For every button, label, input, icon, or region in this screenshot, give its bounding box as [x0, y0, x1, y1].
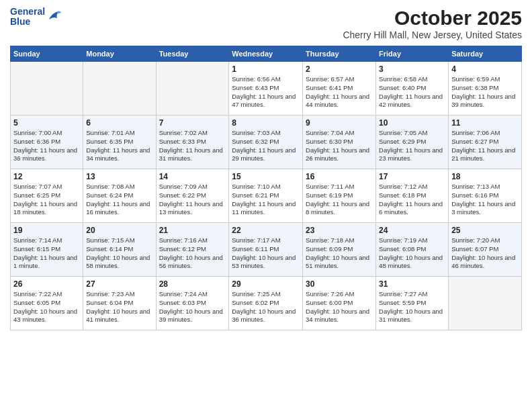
table-row: 14Sunrise: 7:09 AM Sunset: 6:22 PM Dayli…: [156, 169, 229, 223]
day-number: 27: [86, 279, 152, 289]
calendar-week-row: 12Sunrise: 7:07 AM Sunset: 6:25 PM Dayli…: [11, 169, 522, 223]
day-info: Sunrise: 7:15 AM Sunset: 6:14 PM Dayligh…: [86, 236, 152, 271]
day-info: Sunrise: 7:18 AM Sunset: 6:09 PM Dayligh…: [306, 236, 373, 271]
table-row: 3Sunrise: 6:58 AM Sunset: 6:40 PM Daylig…: [376, 62, 449, 116]
table-row: 1Sunrise: 6:56 AM Sunset: 6:43 PM Daylig…: [229, 62, 303, 116]
table-row: 15Sunrise: 7:10 AM Sunset: 6:21 PM Dayli…: [229, 169, 303, 223]
day-info: Sunrise: 7:08 AM Sunset: 6:24 PM Dayligh…: [86, 183, 152, 217]
day-number: 13: [86, 172, 152, 181]
table-row: 30Sunrise: 7:26 AM Sunset: 6:00 PM Dayli…: [303, 277, 376, 330]
day-info: Sunrise: 7:24 AM Sunset: 6:03 PM Dayligh…: [159, 290, 226, 324]
table-row: 9Sunrise: 7:04 AM Sunset: 6:30 PM Daylig…: [303, 116, 376, 169]
table-row: [156, 62, 229, 116]
day-number: 11: [451, 118, 519, 128]
day-number: 1: [232, 64, 300, 74]
table-row: 24Sunrise: 7:19 AM Sunset: 6:08 PM Dayli…: [376, 223, 449, 277]
day-number: 26: [13, 279, 80, 289]
day-info: Sunrise: 7:03 AM Sunset: 6:32 PM Dayligh…: [232, 129, 300, 163]
day-number: 6: [86, 118, 152, 128]
calendar-table: Sunday Monday Tuesday Wednesday Thursday…: [10, 46, 522, 330]
day-number: 17: [379, 172, 445, 181]
table-row: 25Sunrise: 7:20 AM Sunset: 6:07 PM Dayli…: [449, 223, 522, 277]
header-saturday: Saturday: [449, 46, 522, 62]
day-number: 30: [306, 279, 373, 289]
day-info: Sunrise: 7:12 AM Sunset: 6:18 PM Dayligh…: [379, 183, 445, 217]
logo-line2: Blue: [10, 17, 45, 27]
page-container: General Blue October 2025 Cherry Hill Ma…: [0, 0, 532, 337]
table-row: 23Sunrise: 7:18 AM Sunset: 6:09 PM Dayli…: [303, 223, 376, 277]
day-number: 15: [232, 172, 300, 181]
table-row: [11, 62, 83, 116]
table-row: 8Sunrise: 7:03 AM Sunset: 6:32 PM Daylig…: [229, 116, 303, 169]
table-row: 31Sunrise: 7:27 AM Sunset: 5:59 PM Dayli…: [376, 277, 449, 330]
table-row: 10Sunrise: 7:05 AM Sunset: 6:29 PM Dayli…: [376, 116, 449, 169]
logo-text: General Blue: [10, 7, 45, 28]
day-number: 31: [379, 279, 445, 289]
day-number: 2: [306, 64, 373, 74]
day-info: Sunrise: 7:11 AM Sunset: 6:19 PM Dayligh…: [306, 183, 373, 217]
day-info: Sunrise: 6:56 AM Sunset: 6:43 PM Dayligh…: [232, 75, 300, 109]
calendar-header-row: Sunday Monday Tuesday Wednesday Thursday…: [11, 46, 522, 62]
calendar-week-row: 1Sunrise: 6:56 AM Sunset: 6:43 PM Daylig…: [11, 62, 522, 116]
day-info: Sunrise: 7:14 AM Sunset: 6:15 PM Dayligh…: [13, 236, 80, 271]
table-row: 29Sunrise: 7:25 AM Sunset: 6:02 PM Dayli…: [229, 277, 303, 330]
day-number: 21: [159, 226, 226, 235]
logo-line1: General: [10, 7, 45, 17]
table-row: 6Sunrise: 7:01 AM Sunset: 6:35 PM Daylig…: [83, 116, 156, 169]
day-number: 3: [379, 64, 445, 74]
day-number: 12: [13, 172, 80, 181]
header-sunday: Sunday: [11, 46, 83, 62]
table-row: 16Sunrise: 7:11 AM Sunset: 6:19 PM Dayli…: [303, 169, 376, 223]
day-number: 19: [13, 226, 80, 235]
table-row: 2Sunrise: 6:57 AM Sunset: 6:41 PM Daylig…: [303, 62, 376, 116]
day-number: 18: [451, 172, 519, 181]
day-number: 29: [232, 279, 300, 289]
day-number: 5: [13, 118, 80, 128]
table-row: 20Sunrise: 7:15 AM Sunset: 6:14 PM Dayli…: [83, 223, 156, 277]
day-info: Sunrise: 7:19 AM Sunset: 6:08 PM Dayligh…: [379, 236, 445, 271]
location-title: Cherry Hill Mall, New Jersey, United Sta…: [343, 30, 522, 40]
day-number: 8: [232, 118, 300, 128]
logo: General Blue: [10, 7, 62, 28]
top-section: General Blue October 2025 Cherry Hill Ma…: [10, 7, 522, 42]
day-info: Sunrise: 7:16 AM Sunset: 6:12 PM Dayligh…: [159, 236, 226, 271]
title-section: October 2025 Cherry Hill Mall, New Jerse…: [343, 7, 522, 40]
day-number: 4: [451, 64, 519, 74]
day-number: 25: [451, 226, 519, 235]
day-info: Sunrise: 7:10 AM Sunset: 6:21 PM Dayligh…: [232, 183, 300, 217]
calendar-week-row: 5Sunrise: 7:00 AM Sunset: 6:36 PM Daylig…: [11, 116, 522, 169]
day-number: 10: [379, 118, 445, 128]
table-row: 12Sunrise: 7:07 AM Sunset: 6:25 PM Dayli…: [11, 169, 83, 223]
table-row: 4Sunrise: 6:59 AM Sunset: 6:38 PM Daylig…: [449, 62, 522, 116]
day-info: Sunrise: 6:57 AM Sunset: 6:41 PM Dayligh…: [306, 75, 373, 109]
day-info: Sunrise: 6:58 AM Sunset: 6:40 PM Dayligh…: [379, 75, 445, 109]
day-info: Sunrise: 7:06 AM Sunset: 6:27 PM Dayligh…: [451, 129, 519, 163]
header-wednesday: Wednesday: [229, 46, 303, 62]
table-row: 13Sunrise: 7:08 AM Sunset: 6:24 PM Dayli…: [83, 169, 156, 223]
table-row: 19Sunrise: 7:14 AM Sunset: 6:15 PM Dayli…: [11, 223, 83, 277]
calendar-week-row: 26Sunrise: 7:22 AM Sunset: 6:05 PM Dayli…: [11, 277, 522, 330]
day-info: Sunrise: 7:04 AM Sunset: 6:30 PM Dayligh…: [306, 129, 373, 163]
table-row: [83, 62, 156, 116]
table-row: 27Sunrise: 7:23 AM Sunset: 6:04 PM Dayli…: [83, 277, 156, 330]
header-monday: Monday: [83, 46, 156, 62]
day-number: 7: [159, 118, 226, 128]
day-number: 23: [306, 226, 373, 235]
day-info: Sunrise: 7:17 AM Sunset: 6:11 PM Dayligh…: [232, 236, 300, 271]
day-info: Sunrise: 7:01 AM Sunset: 6:35 PM Dayligh…: [86, 129, 152, 163]
day-number: 9: [306, 118, 373, 128]
day-info: Sunrise: 7:26 AM Sunset: 6:00 PM Dayligh…: [306, 290, 373, 324]
table-row: [449, 277, 522, 330]
table-row: 26Sunrise: 7:22 AM Sunset: 6:05 PM Dayli…: [11, 277, 83, 330]
table-row: 11Sunrise: 7:06 AM Sunset: 6:27 PM Dayli…: [449, 116, 522, 169]
day-info: Sunrise: 7:05 AM Sunset: 6:29 PM Dayligh…: [379, 129, 445, 163]
day-number: 16: [306, 172, 373, 181]
day-info: Sunrise: 7:27 AM Sunset: 5:59 PM Dayligh…: [379, 290, 445, 324]
day-info: Sunrise: 7:13 AM Sunset: 6:16 PM Dayligh…: [451, 183, 519, 217]
day-info: Sunrise: 6:59 AM Sunset: 6:38 PM Dayligh…: [451, 75, 519, 109]
day-number: 24: [379, 226, 445, 235]
day-info: Sunrise: 7:09 AM Sunset: 6:22 PM Dayligh…: [159, 183, 226, 217]
header-tuesday: Tuesday: [156, 46, 229, 62]
day-info: Sunrise: 7:20 AM Sunset: 6:07 PM Dayligh…: [451, 236, 519, 271]
table-row: 21Sunrise: 7:16 AM Sunset: 6:12 PM Dayli…: [156, 223, 229, 277]
